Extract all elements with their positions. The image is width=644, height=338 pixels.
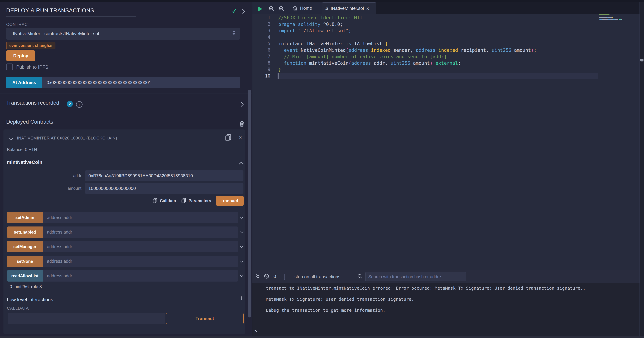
parameters-copy-label: Parameters xyxy=(188,198,211,203)
function-button-readAllowList[interactable]: readAllowList xyxy=(7,270,43,282)
code-line-1: //SPDX-License-Identifier: MIT xyxy=(278,14,536,21)
function-expand-icon-setManager[interactable] xyxy=(240,244,244,248)
code-editor[interactable]: 12345678910 //SPDX-License-Identifier: M… xyxy=(252,14,640,270)
code-line-9: } xyxy=(278,66,536,73)
field-label-addr: addr: xyxy=(4,170,82,181)
contract-select[interactable]: INativeMinter - contracts/INativeMinter.… xyxy=(6,28,240,40)
parameters-copy-group[interactable]: Parameters xyxy=(182,196,211,206)
remove-instance-icon[interactable]: X xyxy=(239,135,242,140)
transactions-info-icon[interactable]: i xyxy=(76,101,82,108)
contract-label: CONTRACT xyxy=(6,22,30,27)
terminal-log-1: transact to INativeMinter.mintNativeCoin… xyxy=(266,286,586,290)
terminal-prompt[interactable]: > xyxy=(254,328,258,334)
deploy-button[interactable]: Deploy xyxy=(6,50,35,61)
function-input-setManager[interactable] xyxy=(43,241,238,252)
function-name: mintNativeCoin xyxy=(7,160,42,165)
clear-instances-trash-icon[interactable] xyxy=(239,121,244,128)
terminal-search-input[interactable] xyxy=(365,272,466,281)
low-level-calldata-input[interactable] xyxy=(8,313,165,324)
field-input-amount[interactable] xyxy=(85,183,244,194)
compiled-check-icon: ✓ xyxy=(232,8,237,15)
tab-home[interactable]: Home xyxy=(291,4,314,13)
call-output: 0: uint256: role 3 xyxy=(10,284,42,289)
low-level-calldata-label: CALLDATA xyxy=(7,306,29,311)
code-line-6: event NativeCoinMinted(address indexed s… xyxy=(278,47,536,54)
window-scrollbar[interactable] xyxy=(640,2,644,336)
function-button-setManager[interactable]: setManager xyxy=(7,241,43,252)
code-line-3: import "./IAllowList.sol"; xyxy=(278,28,536,34)
run-script-play-icon[interactable] xyxy=(258,6,262,12)
line-number: 10 xyxy=(252,73,270,80)
contract-select-value: INativeMinter - contracts/INativeMinter.… xyxy=(13,31,99,36)
function-expand-icon-readAllowList[interactable] xyxy=(240,274,244,277)
transact-button[interactable]: transact xyxy=(216,196,244,206)
solidity-icon: S xyxy=(325,6,328,11)
copy-icon xyxy=(153,198,158,203)
line-number: 1 xyxy=(252,14,270,21)
window-scrollbar-thumb[interactable] xyxy=(640,59,644,62)
listen-transactions-label: listen on all transactions xyxy=(292,274,340,280)
line-number: 3 xyxy=(252,28,270,34)
function-button-setNone[interactable]: setNone xyxy=(7,256,43,267)
line-number: 5 xyxy=(252,40,270,47)
terminal-search-icon xyxy=(358,274,362,280)
panel-title: DEPLOY & RUN TRANSACTIONS xyxy=(6,7,94,14)
code-line-2: pragma solidity ^0.8.0; xyxy=(278,21,536,28)
function-collapse-icon[interactable] xyxy=(239,162,244,166)
home-icon xyxy=(292,5,298,11)
copy-address-icon[interactable] xyxy=(226,134,231,141)
title-underline xyxy=(6,16,136,16)
function-input-readAllowList[interactable] xyxy=(43,270,238,282)
function-button-setAdmin[interactable]: setAdmin xyxy=(7,212,43,223)
tab-inativeminter[interactable]: S INativeMinter.sol X xyxy=(322,2,376,14)
copy-icon xyxy=(182,198,186,203)
low-level-info-icon[interactable]: i xyxy=(241,295,242,301)
listen-transactions-checkbox[interactable] xyxy=(284,274,290,280)
deployed-instance-card: INATIVEMINTER AT 0X020...00001 (BLOCKCHA… xyxy=(4,130,245,334)
code-line-4 xyxy=(278,34,536,40)
field-label-amount: amount: xyxy=(4,183,82,194)
calldata-copy-group[interactable]: Calldata xyxy=(153,196,176,206)
zoom-out-icon[interactable] xyxy=(269,6,274,12)
function-expand-icon-setEnabled[interactable] xyxy=(240,230,244,233)
at-address-input[interactable]: 0x02000000000000000000000000000000000000… xyxy=(42,77,240,88)
code-line-8: function mintNativeCoin(address addr, ui… xyxy=(278,60,536,66)
footer-strip xyxy=(0,336,644,338)
code-content: //SPDX-License-Identifier: MITpragma sol… xyxy=(278,14,536,79)
zoom-in-icon[interactable] xyxy=(279,6,284,12)
terminal: 0 listen on all transactions transact to… xyxy=(252,270,640,336)
publish-ipfs-label: Publish to IPFS xyxy=(16,64,48,70)
line-number: 8 xyxy=(252,60,270,66)
evm-version-badge: evm version: shanghai xyxy=(6,42,56,49)
collapse-panel-icon[interactable] xyxy=(240,9,245,14)
tab-inativeminter-label: INativeMinter.sol xyxy=(331,6,364,11)
transactions-recorded-label: Transactions recorded xyxy=(6,100,59,106)
transactions-expand-icon[interactable] xyxy=(239,102,244,107)
function-expand-icon-setNone[interactable] xyxy=(240,259,244,262)
panel-scrollbar[interactable] xyxy=(248,90,251,318)
terminal-toolbar: 0 listen on all transactions xyxy=(252,270,640,283)
code-line-5: interface INativeMinter is IAllowList { xyxy=(278,40,536,47)
low-level-transact-button[interactable]: Transact xyxy=(166,313,244,324)
editor-minimap[interactable] xyxy=(599,14,633,22)
clear-console-ban-icon[interactable] xyxy=(264,274,269,280)
deploy-run-panel: DEPLOY & RUN TRANSACTIONS ✓ CONTRACT INa… xyxy=(0,2,252,336)
transactions-count-badge: 2 xyxy=(67,101,73,107)
expand-terminal-icon[interactable] xyxy=(255,274,260,280)
line-number: 9 xyxy=(252,66,270,73)
calldata-copy-label: Calldata xyxy=(160,198,176,203)
publish-ipfs-checkbox[interactable] xyxy=(6,64,13,70)
instance-collapse-icon[interactable] xyxy=(9,135,14,140)
terminal-log-2: MetaMask Tx Signature: User denied trans… xyxy=(266,297,586,302)
field-input-addr[interactable] xyxy=(85,170,244,181)
at-address-button[interactable]: At Address xyxy=(6,77,42,88)
editor-tabbar-empty xyxy=(376,2,640,14)
function-button-setEnabled[interactable]: setEnabled xyxy=(7,226,43,238)
function-input-setNone[interactable] xyxy=(43,256,238,267)
function-expand-icon-setAdmin[interactable] xyxy=(240,215,244,219)
terminal-logs: transact to INativeMinter.mintNativeCoin… xyxy=(266,286,586,319)
tab-close-icon[interactable]: X xyxy=(366,6,369,11)
function-input-setAdmin[interactable] xyxy=(43,212,238,223)
remix-ide-window: DEPLOY & RUN TRANSACTIONS ✓ CONTRACT INa… xyxy=(0,0,644,338)
function-input-setEnabled[interactable] xyxy=(43,226,238,238)
